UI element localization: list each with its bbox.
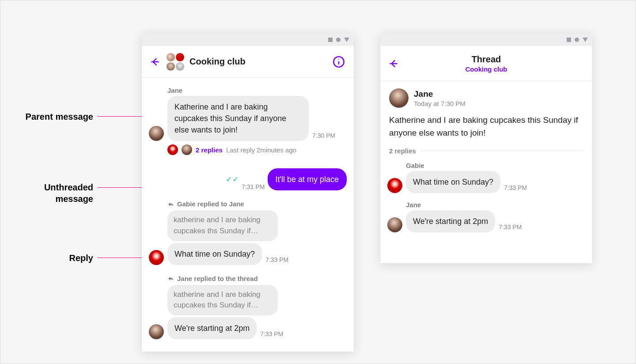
back-button[interactable] <box>149 56 161 68</box>
status-icon <box>328 38 333 42</box>
status-icon <box>336 38 341 42</box>
thread-subtitle[interactable]: Cooking club <box>380 65 592 73</box>
parent-sender: Jane <box>414 89 466 99</box>
read-receipt-icon: ✓✓ <box>226 175 239 183</box>
annotation-unthreaded-l2: message <box>55 194 93 204</box>
info-icon <box>333 56 345 68</box>
thread-avatar <box>182 144 192 155</box>
avatar-jane[interactable] <box>149 324 164 339</box>
thread-indicator[interactable]: 2 replies Last reply 2minutes ago <box>146 144 349 155</box>
channel-topbar: Cooking club <box>142 46 354 78</box>
avatar-jane[interactable] <box>149 126 164 141</box>
status-icon <box>583 38 588 42</box>
reply-header: Gabie replied to Jane <box>146 200 349 208</box>
message-row[interactable]: We're starting at 2pm 7:33 PM <box>385 210 588 232</box>
status-icon <box>567 38 571 42</box>
message-bubble[interactable]: What time on Sunday? <box>406 171 500 193</box>
message-list[interactable]: Jane Katherine and I are baking cupcakes… <box>142 78 354 344</box>
message-sender: Jane <box>146 87 349 94</box>
message-sender: Jane <box>385 201 588 209</box>
status-bar <box>380 34 592 46</box>
info-button[interactable] <box>331 54 347 70</box>
own-message-row[interactable]: ✓✓ 7:31 PM It'll be at my place <box>146 168 349 190</box>
avatar-jane[interactable] <box>387 217 402 232</box>
svg-point-2 <box>338 59 339 60</box>
annotation-unthreaded-l1: Unthreaded <box>44 182 93 192</box>
message-sender: Gabie <box>385 162 588 169</box>
message-timestamp: 7:33 PM <box>260 330 283 339</box>
message-row[interactable]: Katherine and I are baking cupcakes this… <box>146 96 349 141</box>
message-row[interactable]: What time on Sunday? 7:33 PM <box>385 171 588 193</box>
message-bubble[interactable]: What time on Sunday? <box>167 243 262 265</box>
quoted-message[interactable]: katherine and I are baking cupcakes ths … <box>167 210 278 241</box>
thread-topbar: Thread Cooking club <box>380 46 592 81</box>
thread-avatar <box>167 144 178 155</box>
avatar-gabie[interactable] <box>387 178 402 193</box>
status-icon <box>575 38 579 42</box>
reply-arrow-icon <box>167 201 174 208</box>
message-timestamp: 7:31 PM <box>242 183 265 190</box>
message-timestamp: 7:33 PM <box>504 184 527 193</box>
message-row[interactable]: What time on Sunday? 7:33 PM <box>146 243 349 265</box>
thread-reply-count: 2 replies <box>196 146 223 154</box>
divider-line <box>420 151 583 151</box>
message-bubble[interactable]: We're starting at 2pm <box>167 317 257 339</box>
message-row[interactable]: We're starting at 2pm 7:33 PM <box>146 317 349 339</box>
reply-header: Jane replied to the thread <box>146 275 349 282</box>
thread-parent-message[interactable]: Jane Today at 7:30 PM Katherine and I ar… <box>380 81 592 144</box>
reply-arrow-icon <box>167 275 174 282</box>
status-bar <box>142 34 354 46</box>
thread-title-block: Thread Cooking club <box>380 54 592 73</box>
reply-header-text: Jane replied to the thread <box>177 275 258 282</box>
annotation-parent-message: Parent message <box>9 111 93 122</box>
channel-screen: Cooking club Jane Katherine and I are ba… <box>142 34 354 352</box>
channel-title: Cooking club <box>189 57 326 67</box>
thread-last-reply: Last reply 2minutes ago <box>226 146 296 154</box>
message-bubble[interactable]: Katherine and I are baking cupcakes this… <box>167 96 309 141</box>
replies-count: 2 replies <box>389 147 416 155</box>
thread-screen: Thread Cooking club Jane Today at 7:30 P… <box>380 34 592 263</box>
status-icon <box>344 38 349 42</box>
message-bubble[interactable]: We're starting at 2pm <box>406 210 495 232</box>
replies-divider: 2 replies <box>380 144 592 157</box>
quoted-message[interactable]: katherine and I are baking cupcakes ths … <box>167 285 278 315</box>
parent-text: Katherine and I are baking cupcakes this… <box>389 114 583 139</box>
own-message-bubble[interactable]: It'll be at my place <box>268 168 347 190</box>
annotation-unthreaded-message: Unthreaded message <box>9 182 93 205</box>
message-timestamp: 7:33 PM <box>265 256 288 265</box>
group-avatar[interactable] <box>167 53 184 71</box>
avatar-gabie[interactable] <box>149 250 164 265</box>
message-timestamp: 7:33 PM <box>499 224 522 232</box>
arrow-left-icon <box>149 56 161 68</box>
reply-header-text: Gabie replied to Jane <box>177 200 244 208</box>
annotation-reply: Reply <box>9 252 93 264</box>
parent-timestamp: Today at 7:30 PM <box>414 100 466 107</box>
avatar-jane[interactable] <box>389 88 409 108</box>
message-timestamp: 7:30 PM <box>312 132 335 141</box>
thread-reply-list[interactable]: Gabie What time on Sunday? 7:33 PM Jane … <box>380 162 592 237</box>
thread-title: Thread <box>380 54 592 64</box>
